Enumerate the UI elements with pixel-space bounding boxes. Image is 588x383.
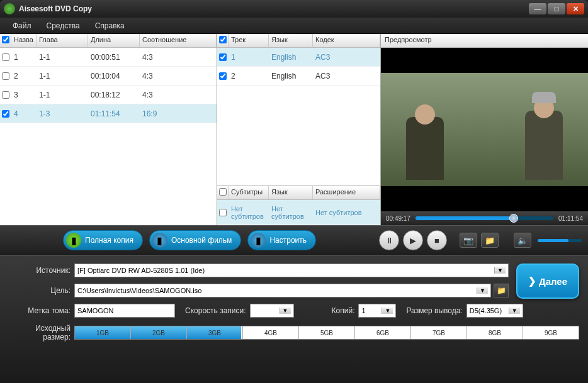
video-preview[interactable] bbox=[381, 48, 588, 211]
title-checkbox[interactable] bbox=[2, 110, 9, 118]
pause-button[interactable]: ⏸ bbox=[379, 230, 399, 250]
source-label: Источник: bbox=[9, 266, 74, 275]
size-tick: 1GB bbox=[75, 326, 131, 339]
volume-label: Метка тома: bbox=[9, 306, 74, 315]
size-tick: 8GB bbox=[467, 326, 523, 339]
titles-panel: Назва Глава Длина Соотношение 1 1-1 00:0… bbox=[0, 34, 217, 225]
subtitle-checkbox[interactable] bbox=[219, 209, 227, 216]
snapshot-button[interactable]: 📷 bbox=[460, 233, 477, 248]
volume-slider[interactable] bbox=[538, 239, 582, 242]
time-total: 01:11:54 bbox=[558, 215, 583, 222]
settings-panel: Источник: [F] Optiarc DVD RW AD-5280S 1.… bbox=[0, 255, 588, 383]
track-checkbox[interactable] bbox=[219, 72, 227, 80]
app-logo-icon bbox=[4, 3, 15, 14]
subs-select-all[interactable] bbox=[219, 188, 227, 196]
size-bar: 1GB2GB3GB4GB5GB6GB7GB8GB9GB bbox=[74, 326, 579, 340]
controls-row: ▮Полная копия ▮Основной фильм ▮Настроить… bbox=[0, 225, 588, 255]
track-row[interactable]: 1 English AC3 bbox=[217, 48, 380, 67]
src-size-label: Исходный размер: bbox=[9, 324, 74, 341]
col-sub[interactable]: Субтитры bbox=[229, 186, 269, 199]
copies-label: Копий: bbox=[332, 306, 359, 315]
speed-combo[interactable]: ▼ bbox=[250, 304, 294, 318]
mode-full-copy[interactable]: ▮Полная копия bbox=[63, 230, 143, 250]
title-row[interactable]: 2 1-1 00:10:04 4:3 bbox=[0, 67, 217, 86]
chevron-down-icon: ▼ bbox=[477, 287, 488, 294]
outsize-label: Размер вывода: bbox=[406, 306, 466, 315]
col-ratio[interactable]: Соотношение bbox=[140, 34, 217, 47]
size-tick: 4GB bbox=[243, 326, 299, 339]
titlebar: Aiseesoft DVD Copy — □ ✕ bbox=[0, 0, 588, 18]
film-icon: ▮ bbox=[66, 233, 81, 248]
stop-button[interactable]: ■ bbox=[427, 230, 447, 250]
app-title: Aiseesoft DVD Copy bbox=[19, 4, 528, 13]
volume-label-input[interactable] bbox=[74, 304, 175, 318]
chevron-down-icon: ▼ bbox=[382, 308, 393, 314]
mode-customize[interactable]: ▮Настроить bbox=[247, 230, 316, 250]
col-sub-lang[interactable]: Язык bbox=[269, 186, 313, 199]
size-tick: 5GB bbox=[299, 326, 355, 339]
menu-help[interactable]: Справка bbox=[95, 21, 125, 30]
size-tick: 3GB bbox=[187, 326, 243, 339]
track-row[interactable]: 2 English AC3 bbox=[217, 67, 380, 86]
col-chapter[interactable]: Глава bbox=[37, 34, 88, 47]
title-checkbox[interactable] bbox=[2, 91, 9, 99]
col-length[interactable]: Длина bbox=[88, 34, 140, 47]
mode-main-movie[interactable]: ▮Основной фильм bbox=[149, 230, 241, 250]
next-button[interactable]: ❯Далее bbox=[516, 264, 579, 299]
preview-panel: Предпросмотр 00:49:17 01:11:54 bbox=[381, 34, 588, 225]
volume-icon[interactable]: 🔈 bbox=[514, 233, 531, 248]
col-codec[interactable]: Кодек bbox=[313, 34, 380, 47]
play-button[interactable]: ▶ bbox=[403, 230, 423, 250]
preview-label: Предпросмотр bbox=[381, 34, 588, 48]
col-track[interactable]: Трек bbox=[229, 34, 269, 47]
seek-slider[interactable] bbox=[416, 216, 553, 220]
title-row[interactable]: 4 1-3 01:11:54 16:9 bbox=[0, 104, 217, 123]
col-sub-ext[interactable]: Расширение bbox=[313, 186, 380, 199]
title-checkbox[interactable] bbox=[2, 53, 9, 61]
open-folder-button[interactable]: 📁 bbox=[481, 233, 499, 248]
target-label: Цель: bbox=[9, 286, 74, 295]
title-checkbox[interactable] bbox=[2, 72, 9, 80]
tracks-panel: Трек Язык Кодек 1 English AC3 2 English … bbox=[217, 34, 381, 225]
size-tick: 9GB bbox=[523, 326, 579, 339]
titles-select-all[interactable] bbox=[2, 36, 9, 43]
time-current: 00:49:17 bbox=[386, 215, 410, 222]
size-tick: 2GB bbox=[131, 326, 187, 339]
target-combo[interactable]: C:\Users\Invictus\Videos\SAMOGON.iso▼ bbox=[74, 284, 491, 297]
source-combo[interactable]: [F] Optiarc DVD RW AD-5280S 1.01 (Ide)▼ bbox=[74, 264, 509, 277]
speed-label: Скорость записи: bbox=[185, 306, 250, 315]
title-row[interactable]: 1 1-1 00:00:51 4:3 bbox=[0, 48, 217, 67]
size-tick: 6GB bbox=[355, 326, 411, 339]
seek-bar: 00:49:17 01:11:54 bbox=[381, 211, 588, 225]
size-tick: 7GB bbox=[411, 326, 467, 339]
maximize-button[interactable]: □ bbox=[548, 3, 565, 14]
chevron-down-icon: ▼ bbox=[509, 308, 520, 314]
chevron-down-icon: ▼ bbox=[280, 308, 291, 314]
menu-tools[interactable]: Средства bbox=[47, 21, 80, 30]
close-button[interactable]: ✕ bbox=[567, 3, 584, 14]
title-row[interactable]: 3 1-1 00:18:12 4:3 bbox=[0, 86, 217, 104]
track-checkbox[interactable] bbox=[219, 53, 227, 61]
tracks-select-all[interactable] bbox=[219, 36, 227, 43]
film-icon: ▮ bbox=[251, 233, 266, 248]
subtitle-row[interactable]: Нет субтитров Нет субтитров Нет субтитро… bbox=[217, 200, 380, 225]
menu-file[interactable]: Файл bbox=[13, 21, 31, 30]
chevron-down-icon: ▼ bbox=[494, 267, 506, 274]
col-lang[interactable]: Язык bbox=[269, 34, 313, 47]
browse-target-button[interactable]: 📁 bbox=[494, 284, 509, 297]
col-name[interactable]: Назва bbox=[11, 34, 37, 47]
film-icon: ▮ bbox=[152, 233, 167, 248]
minimize-button[interactable]: — bbox=[529, 3, 546, 14]
menubar: Файл Средства Справка bbox=[0, 18, 588, 34]
copies-combo[interactable]: 1▼ bbox=[358, 304, 396, 318]
outsize-combo[interactable]: D5(4.35G)▼ bbox=[466, 304, 523, 318]
